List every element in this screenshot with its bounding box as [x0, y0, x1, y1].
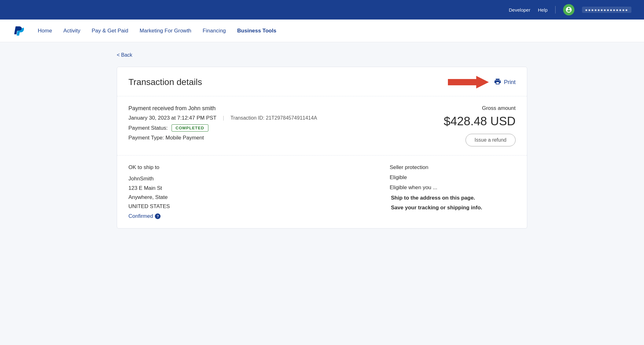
payment-type: Payment Type: Mobile Payment [128, 135, 434, 141]
top-bar: Developer Help ●●●●●●●●●●●●●● [0, 0, 644, 20]
username-display: ●●●●●●●●●●●●●● [582, 7, 631, 13]
nav-business-tools[interactable]: Business Tools [237, 28, 276, 34]
eligible-when: Eligible when you ... [390, 184, 516, 191]
card-header: Transaction details Print [117, 67, 527, 96]
ship-confirmed[interactable]: Confirmed ? [128, 213, 390, 219]
paypal-logo[interactable] [13, 25, 24, 37]
eligible-text: Eligible [390, 174, 516, 181]
arrow-indicator [448, 76, 489, 88]
payment-right: Gross amount $428.48 USD Issue a refund [434, 105, 516, 146]
payment-left: Payment received from John smith January… [128, 105, 434, 141]
transaction-id-full: Transaction ID: 21T29784574911414A [230, 115, 317, 121]
eligible-bullet-2: Save your tracking or shipping info. [391, 203, 516, 213]
payment-info-section: Payment received from John smith January… [117, 96, 527, 156]
confirmed-label: Confirmed [128, 213, 153, 219]
print-label: Print [504, 79, 516, 86]
payment-date-row: January 30, 2023 at 7:12:47 PM PST | Tra… [128, 115, 434, 121]
ship-address: 123 E Main St Anywhere, State UNITED STA… [128, 184, 390, 211]
ship-name: JohnSmith [128, 176, 390, 182]
payment-status-row: Payment Status: COMPLETED [128, 124, 434, 132]
svg-marker-0 [448, 76, 489, 88]
back-link[interactable]: < Back [117, 52, 132, 58]
print-button[interactable]: Print [494, 78, 516, 87]
shipping-right: Seller protection Eligible Eligible when… [390, 164, 516, 219]
seller-protection-label: Seller protection [390, 164, 516, 171]
ship-to-label: OK to ship to [128, 164, 390, 171]
nav-financing[interactable]: Financing [203, 28, 226, 34]
developer-link[interactable]: Developer [509, 7, 530, 13]
nav-bar: Home Activity Pay & Get Paid Marketing F… [0, 20, 644, 42]
printer-icon [494, 78, 501, 87]
refund-button[interactable]: Issue a refund [466, 134, 516, 146]
payment-date: January 30, 2023 at 7:12:47 PM PST [128, 115, 217, 121]
transaction-title: Transaction details [128, 77, 202, 87]
ship-address-line1: 123 E Main St [128, 184, 390, 193]
nav-pay-get-paid[interactable]: Pay & Get Paid [92, 28, 128, 34]
transaction-id-label: Transaction ID: [230, 115, 264, 121]
main-content: < Back Transaction details P [102, 42, 542, 239]
top-bar-divider [555, 6, 556, 14]
info-icon: ? [155, 213, 161, 219]
ship-address-line2: Anywhere, State [128, 193, 390, 202]
shipping-left: OK to ship to JohnSmith 123 E Main St An… [128, 164, 390, 219]
status-badge: COMPLETED [172, 124, 208, 132]
transaction-card: Transaction details Print [117, 67, 527, 229]
payment-from: Payment received from John smith [128, 105, 434, 112]
help-link[interactable]: Help [538, 7, 548, 13]
nav-marketing[interactable]: Marketing For Growth [139, 28, 191, 34]
shipping-section: OK to ship to JohnSmith 123 E Main St An… [117, 156, 527, 228]
gross-amount-label: Gross amount [434, 105, 516, 111]
ship-address-line3: UNITED STATES [128, 202, 390, 211]
transaction-id-value: 21T29784574911414A [266, 115, 317, 121]
nav-activity[interactable]: Activity [63, 28, 80, 34]
payment-status-label: Payment Status: [128, 125, 168, 131]
eligible-bullets: Ship to the address on this page. Save y… [390, 193, 516, 212]
user-avatar [563, 4, 574, 15]
eligible-bullet-1: Ship to the address on this page. [391, 193, 516, 203]
print-section: Print [448, 76, 516, 88]
gross-amount-value: $428.48 USD [434, 115, 516, 128]
nav-home[interactable]: Home [38, 28, 52, 34]
